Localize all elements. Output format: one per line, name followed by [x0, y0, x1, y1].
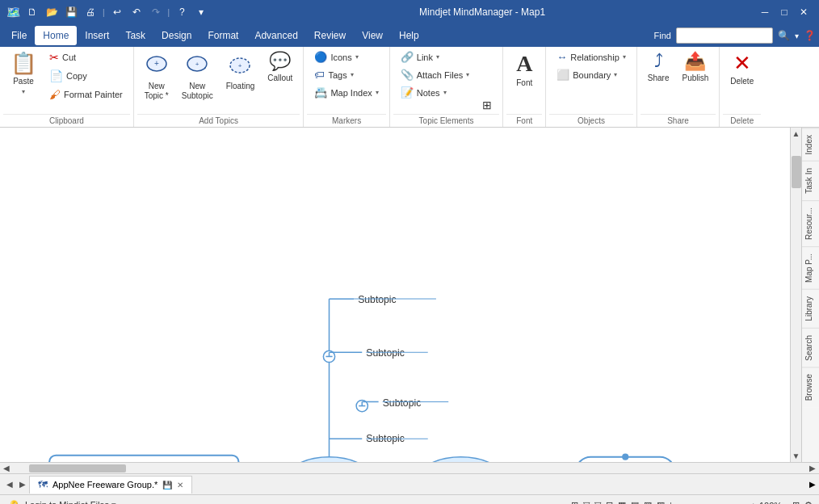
link-button[interactable]: 🔗 Link ▾: [395, 48, 475, 65]
menu-design[interactable]: Design: [153, 26, 200, 45]
right-tab-browse[interactable]: Browse: [802, 367, 819, 407]
attach-files-button[interactable]: 📎 Attach Files ▾: [395, 66, 475, 83]
new-icon[interactable]: 🗋: [25, 5, 40, 19]
share-button[interactable]: ⤴ Share: [642, 48, 675, 105]
undo-icon[interactable]: ↶: [129, 5, 144, 19]
tags-button[interactable]: 🏷 Tags ▾: [309, 66, 384, 83]
callout-button[interactable]: 💬 Callout: [262, 48, 298, 105]
status-icon-filter1[interactable]: ▽: [583, 500, 590, 504]
new-topic-button[interactable]: + NewTopic *: [139, 48, 174, 105]
right-tab-library[interactable]: Library: [802, 289, 819, 328]
app-icon: 🗺️: [6, 6, 20, 19]
find-options-icon[interactable]: ▾: [795, 32, 799, 40]
new-subtopic-button[interactable]: + NewSubtopic: [176, 48, 219, 105]
menu-insert[interactable]: Insert: [77, 26, 117, 45]
publish-icon: 📤: [684, 52, 706, 70]
scroll-left-icon[interactable]: ◀: [0, 464, 13, 472]
redo-icon[interactable]: ↷: [149, 5, 163, 19]
vertical-scrollbar[interactable]: ▲ ▼: [790, 128, 801, 462]
tab-close-icon[interactable]: ✕: [177, 481, 183, 489]
icons-button[interactable]: 🔵 Icons ▾: [309, 48, 384, 65]
menu-view[interactable]: View: [354, 26, 391, 45]
zoom-out-icon[interactable]: -: [677, 501, 680, 505]
right-tab-task[interactable]: Task In: [802, 161, 819, 200]
hscroll-thumb[interactable]: [29, 464, 126, 472]
paste-button[interactable]: 📋 Paste ▾: [5, 48, 42, 105]
login-label[interactable]: Login to Mindjet Files ▾: [25, 500, 116, 504]
font-button[interactable]: A Font: [508, 48, 540, 105]
find-search-icon[interactable]: 🔍: [778, 30, 790, 41]
status-icon-chart2[interactable]: ▨: [657, 500, 665, 504]
print-icon[interactable]: 🖨: [83, 5, 98, 19]
tab-save-icon[interactable]: 💾: [162, 481, 172, 489]
delete-button[interactable]: ✕ Delete: [724, 48, 759, 105]
floating-button[interactable]: + Floating: [220, 48, 261, 105]
save-icon[interactable]: 💾: [64, 5, 78, 19]
right-tab-search[interactable]: Search: [802, 328, 819, 368]
notes-button[interactable]: 📝 Notes ▾: [395, 84, 475, 101]
copy-button[interactable]: 📄 Copy: [44, 67, 128, 85]
find-area: Find 🔍 ▾ ❓: [654, 27, 816, 44]
svg-point-11: [288, 457, 371, 462]
mind-map-svg: AppNee Freeware Group. Event Event: [0, 128, 790, 462]
menu-help[interactable]: Help: [391, 26, 427, 45]
status-icon-fit1[interactable]: ⊡: [606, 500, 613, 504]
map-index-icon: 📇: [314, 86, 327, 99]
zoom-in-icon[interactable]: +: [751, 501, 756, 505]
minimize-button[interactable]: ─: [756, 3, 774, 21]
menu-format[interactable]: Format: [200, 26, 246, 45]
topic-elements-expand[interactable]: ⊞: [477, 96, 498, 114]
maximize-button[interactable]: □: [775, 3, 793, 21]
customize-qat-icon[interactable]: ▾: [194, 5, 208, 19]
publish-button[interactable]: 📤 Publish: [676, 48, 714, 105]
map-index-button[interactable]: 📇 Map Index ▾: [309, 84, 384, 101]
scroll-right-icon[interactable]: ▶: [806, 464, 819, 472]
ribbon-group-markers: 🔵 Icons ▾ 🏷 Tags ▾ 📇 Map Index ▾ Markers: [304, 47, 389, 127]
notes-label: Notes: [417, 88, 440, 98]
find-input[interactable]: [676, 27, 773, 44]
zoom-controls: - + 100%: [677, 501, 788, 505]
right-tab-index[interactable]: Index: [802, 128, 819, 161]
tab-nav-right[interactable]: ▶: [16, 478, 29, 490]
tab-nav-left[interactable]: ◀: [3, 478, 16, 490]
objects-col: ↔ Relationship ▾ ⬜ Boundary ▾: [551, 48, 632, 83]
status-icon-table2[interactable]: ▤: [631, 500, 639, 504]
ribbon-group-topic-elements: 🔗 Link ▾ 📎 Attach Files ▾ 📝 Notes ▾ ⊞ To…: [390, 47, 503, 127]
menu-review[interactable]: Review: [306, 26, 354, 45]
menu-advanced[interactable]: Advanced: [246, 26, 305, 45]
right-tab-map[interactable]: Map P...: [802, 246, 819, 289]
map-index-label: Map Index: [330, 88, 372, 98]
vscroll-thumb[interactable]: [792, 156, 801, 188]
attach-files-icon: 📎: [401, 69, 414, 81]
quick-access-toolbar: 🗺️ 🗋 📂 💾 🖨 | ↩ ↶ ↷ | ? ▾: [6, 5, 208, 19]
floating-icon: +: [229, 52, 251, 78]
close-button[interactable]: ✕: [795, 3, 813, 21]
horizontal-scrollbar[interactable]: ◀ ▶: [0, 462, 819, 473]
scroll-down-icon[interactable]: ▼: [791, 450, 802, 462]
help-question-icon[interactable]: ❓: [804, 30, 816, 41]
fit-view-icon[interactable]: ⊞: [792, 500, 800, 504]
menu-task[interactable]: Task: [117, 26, 153, 45]
help-icon[interactable]: ?: [174, 5, 189, 19]
attach-files-arrow: ▾: [466, 71, 469, 78]
canvas-area[interactable]: AppNee Freeware Group. Event Event: [0, 128, 790, 462]
scroll-up-icon[interactable]: ▲: [791, 128, 802, 140]
boundary-button[interactable]: ⬜ Boundary ▾: [551, 66, 632, 83]
icons-arrow: ▾: [355, 53, 359, 61]
status-icon-grid[interactable]: ⊞: [571, 500, 578, 504]
tab-map1[interactable]: 🗺 AppNee Freeware Group.* 💾 ✕: [29, 476, 192, 494]
settings-icon[interactable]: ⚙: [804, 500, 813, 504]
status-icon-table[interactable]: ▦: [618, 500, 626, 504]
tab-overflow-button[interactable]: ▶: [806, 480, 819, 489]
menu-file[interactable]: File: [3, 26, 35, 45]
right-tab-resources[interactable]: Resour...: [802, 200, 819, 246]
cut-button[interactable]: ✂ Cut: [44, 48, 128, 66]
menu-home[interactable]: Home: [35, 26, 77, 45]
format-painter-button[interactable]: 🖌 Format Painter: [44, 86, 128, 103]
status-icon-filter2[interactable]: ▽: [594, 500, 601, 504]
topic-el-col: 🔗 Link ▾ 📎 Attach Files ▾ 📝 Notes ▾: [395, 48, 475, 101]
status-icon-chart[interactable]: ▧: [644, 500, 652, 504]
undo-back-icon[interactable]: ↩: [110, 5, 124, 19]
relationship-button[interactable]: ↔ Relationship ▾: [551, 48, 632, 65]
open-icon[interactable]: 📂: [44, 5, 59, 19]
